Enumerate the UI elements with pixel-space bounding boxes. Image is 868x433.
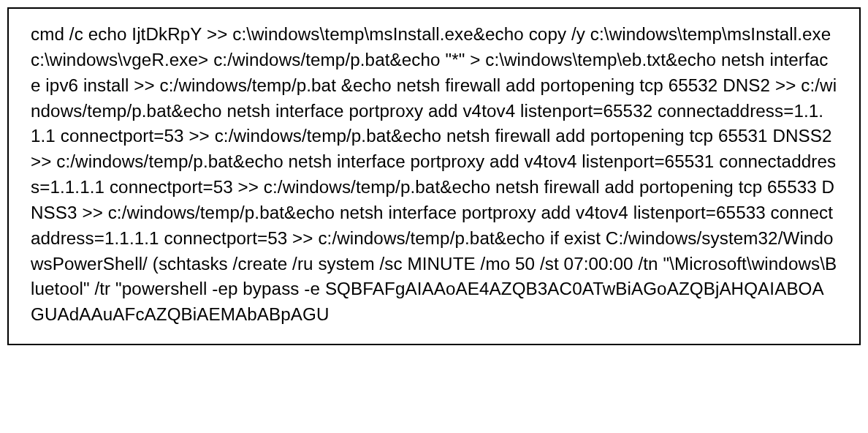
code-content: cmd /c echo IjtDkRpY >> c:\windows\temp\… bbox=[31, 22, 837, 328]
code-box: cmd /c echo IjtDkRpY >> c:\windows\temp\… bbox=[7, 7, 861, 345]
